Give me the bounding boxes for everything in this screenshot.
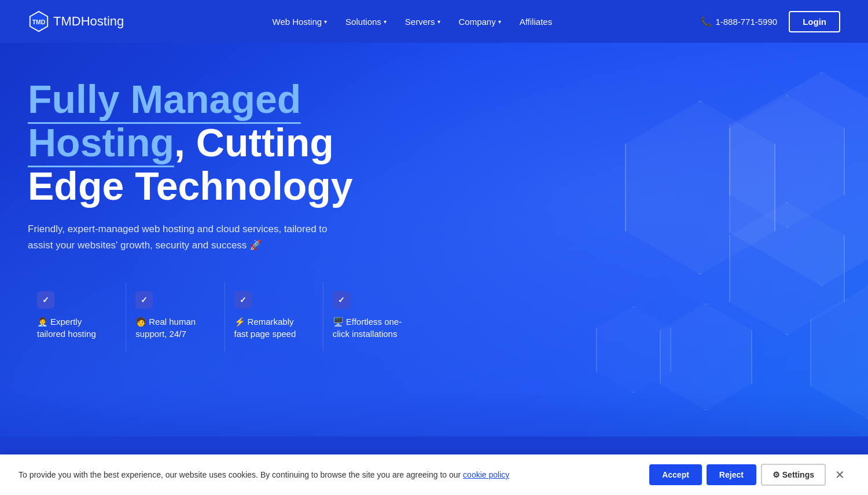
check-badge-3: ✓ <box>333 291 350 309</box>
main-nav: Web Hosting ▾ Solutions ▾ Servers ▾ Comp… <box>266 12 560 31</box>
chevron-down-icon: ▾ <box>498 19 501 25</box>
svg-text:TMD: TMD <box>32 19 46 25</box>
chevron-down-icon: ▾ <box>324 19 327 25</box>
chevron-down-icon: ▾ <box>384 19 387 25</box>
header: TMD TMDHosting Web Hosting ▾ Solutions ▾… <box>0 0 868 43</box>
login-button[interactable]: Login <box>789 11 840 32</box>
feature-card-0: ✓ 🧑‍💼Expertly tailored hosting <box>28 282 126 351</box>
feature-text-1: 🧑Real human support, 24/7 <box>135 316 210 340</box>
hero-subtitle: Friendly, expert-managed web hosting and… <box>28 221 329 252</box>
feature-text-0: 🧑‍💼Expertly tailored hosting <box>37 316 112 340</box>
hero-title: Fully Managed Hosting, Cutting Edge Tech… <box>28 78 421 207</box>
cookie-policy-link[interactable]: cookie policy <box>463 470 509 479</box>
cookie-actions: Accept Reject ⚙ Settings ✕ <box>649 464 849 486</box>
hero-bottom-gradient <box>0 390 868 437</box>
hero-content: Fully Managed Hosting, Cutting Edge Tech… <box>28 78 421 351</box>
cookie-accept-button[interactable]: Accept <box>649 464 702 485</box>
feature-text-3: 🖥️Effortless one-click installations <box>333 316 407 340</box>
nav-item-servers[interactable]: Servers ▾ <box>398 12 447 31</box>
feature-card-3: ✓ 🖥️Effortless one-click installations <box>323 282 421 351</box>
check-badge-2: ✓ <box>234 291 252 309</box>
hero-section: Fully Managed Hosting, Cutting Edge Tech… <box>0 43 868 437</box>
feature-text-2: ⚡Remarkably fast page speed <box>234 316 309 340</box>
logo[interactable]: TMD TMDHosting <box>28 10 124 32</box>
feature-emoji-2: ⚡ <box>234 317 245 327</box>
cookie-settings-button[interactable]: ⚙ Settings <box>761 464 826 486</box>
feature-card-1: ✓ 🧑Real human support, 24/7 <box>126 282 225 351</box>
nav-item-web-hosting[interactable]: Web Hosting ▾ <box>266 12 334 31</box>
logo-brand-text: TMDHosting <box>53 14 124 29</box>
hex-decoration-large <box>729 72 868 286</box>
hex-decoration-5 <box>596 306 671 393</box>
chevron-down-icon: ▾ <box>437 19 440 25</box>
nav-item-company[interactable]: Company ▾ <box>452 12 508 31</box>
check-badge-0: ✓ <box>37 291 54 309</box>
hex-decoration-1 <box>625 101 775 274</box>
cookie-reject-button[interactable]: Reject <box>707 464 756 485</box>
feature-emoji-1: 🧑 <box>135 317 146 327</box>
phone-icon: 📞 <box>700 16 712 27</box>
nav-item-solutions[interactable]: Solutions ▾ <box>339 12 393 31</box>
nav-item-affiliates[interactable]: Affiliates <box>513 12 559 31</box>
hex-decoration-3 <box>729 202 845 335</box>
check-badge-1: ✓ <box>135 291 153 309</box>
features-list: ✓ 🧑‍💼Expertly tailored hosting ✓ 🧑Real h… <box>28 282 421 351</box>
hex-decoration-2 <box>729 95 845 228</box>
feature-emoji-0: 🧑‍💼 <box>37 317 48 327</box>
cookie-message: To provide you with the best experience,… <box>19 470 640 479</box>
header-right: 📞 1-888-771-5990 Login <box>700 11 840 32</box>
feature-card-2: ✓ ⚡Remarkably fast page speed <box>225 282 323 351</box>
cookie-banner: To provide you with the best experience,… <box>0 454 868 495</box>
feature-emoji-3: 🖥️ <box>333 317 344 327</box>
phone-number[interactable]: 📞 1-888-771-5990 <box>700 16 777 27</box>
cookie-close-button[interactable]: ✕ <box>830 467 849 483</box>
hex-decoration-group <box>561 89 868 425</box>
logo-icon: TMD <box>28 10 50 32</box>
